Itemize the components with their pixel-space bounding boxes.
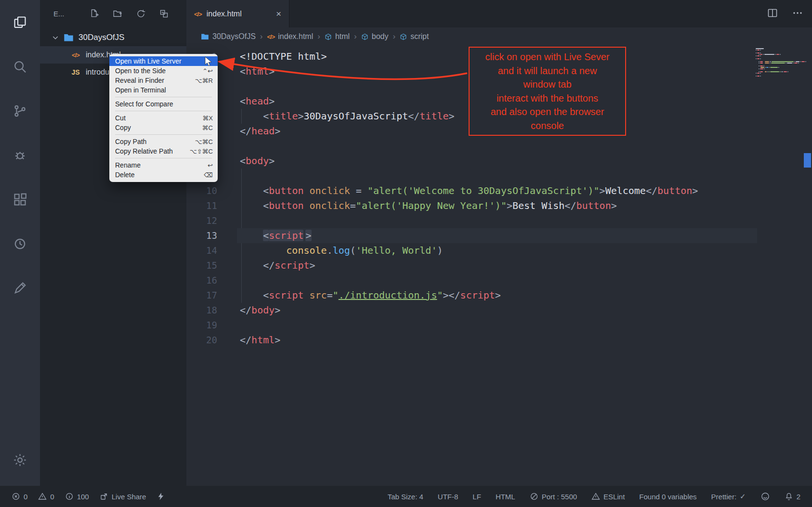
html-file-icon: </> (194, 10, 202, 18)
source-control-icon[interactable] (0, 89, 40, 133)
breadcrumb-item-30daysofjs[interactable]: 30DaysOfJS (201, 32, 256, 41)
menu-item-copy-relative-path[interactable]: Copy Relative Path⌥⇧⌘C (109, 146, 218, 156)
line-number: 10 (186, 183, 217, 198)
code-line[interactable]: 16 (186, 273, 757, 288)
history-icon[interactable] (0, 221, 40, 266)
prettier-indicator[interactable]: Prettier: ✓ (711, 492, 746, 501)
explorer-title: E... (53, 10, 65, 18)
status-left: 0 0 100 Live Share (12, 492, 165, 501)
menu-item-open-to-the-side[interactable]: Open to the Side⌃↩ (109, 66, 218, 76)
notifications-bell[interactable]: 2 (785, 492, 800, 501)
refresh-icon[interactable] (136, 9, 146, 19)
info-counter[interactable]: 100 (65, 492, 89, 501)
live-server-port[interactable]: Port : 5500 (530, 492, 577, 501)
collapse-all-icon[interactable] (159, 9, 169, 19)
run-debug-icon[interactable] (0, 133, 40, 177)
menu-item-open-in-terminal[interactable]: Open in Terminal (109, 85, 218, 95)
error-icon (12, 492, 20, 501)
breadcrumb-separator: › (317, 32, 320, 41)
encoding-indicator[interactable]: UTF-8 (438, 493, 458, 501)
code-line[interactable]: 11 <button onclick="alert('Happy New Yea… (186, 198, 757, 213)
live-share-label: Live Share (112, 493, 146, 501)
eslint-indicator[interactable]: ESLint (591, 492, 625, 501)
menu-item-open-with-live-server[interactable]: Open with Live Server (109, 56, 218, 66)
code-line[interactable]: 20</html> (186, 333, 757, 348)
notification-count: 2 (797, 493, 800, 501)
new-file-icon[interactable] (90, 9, 100, 19)
code-line[interactable]: 9 (186, 169, 757, 183)
cube-icon (325, 33, 332, 40)
minimap[interactable] (756, 48, 800, 77)
breadcrumb-item-body[interactable]: body (361, 32, 389, 41)
breadcrumb-item-html[interactable]: html (325, 32, 350, 41)
menu-separator (115, 134, 212, 135)
eslint-warning-icon (591, 492, 600, 501)
cube-icon (400, 33, 407, 40)
editor-actions (767, 0, 803, 27)
code-line[interactable]: 19 (186, 318, 757, 333)
menu-item-cut[interactable]: Cut⌘X (109, 113, 218, 123)
menu-item-copy-path[interactable]: Copy Path⌥⌘C (109, 137, 218, 146)
more-actions-icon[interactable] (792, 7, 803, 21)
tab-size-indicator[interactable]: Tab Size: 4 (388, 493, 423, 501)
code-line[interactable]: 14 console.log('Hello, World') (186, 243, 757, 258)
variables-indicator[interactable]: Found 0 variables (639, 493, 696, 501)
breadcrumb: 30DaysOfJS›</>index.html›html›body›scrip… (186, 27, 812, 46)
line-number: 16 (186, 273, 217, 288)
live-share-button[interactable]: Live Share (100, 492, 146, 501)
menu-separator (115, 111, 212, 111)
new-folder-icon[interactable] (113, 9, 123, 19)
extensions-icon[interactable] (0, 177, 40, 221)
split-editor-icon[interactable] (767, 7, 778, 21)
tab-label: index.html (207, 10, 242, 18)
feedback-smiley-icon[interactable] (760, 492, 770, 501)
menu-item-select-for-compare[interactable]: Select for Compare (109, 99, 218, 109)
line-number: 18 (186, 303, 217, 318)
code-line[interactable]: 8<body> (186, 154, 757, 169)
language-indicator[interactable]: HTML (496, 493, 515, 501)
code-line[interactable]: 13 <script> (186, 228, 757, 243)
problems-errors[interactable]: 0 (12, 492, 27, 501)
code-line[interactable]: 15 </script> (186, 258, 757, 273)
breadcrumb-item-index-html[interactable]: </>index.html (267, 32, 313, 41)
tab-index-html[interactable]: </> index.html × (186, 0, 289, 27)
port-icon (530, 492, 538, 501)
breadcrumb-separator: › (393, 32, 395, 41)
context-menu: Open with Live ServerOpen to the Side⌃↩R… (109, 54, 218, 182)
code-line[interactable]: 10 <button onclick = "alert('Welcome to … (186, 183, 757, 198)
chevron-down-icon (52, 34, 59, 41)
annotation-box: click on open with Live Sever and it wil… (469, 47, 626, 136)
code-line[interactable]: 7 (186, 139, 757, 154)
folder-name: 30DaysOfJS (79, 33, 124, 42)
eol-indicator[interactable]: LF (472, 493, 481, 501)
breadcrumb-label: 30DaysOfJS (212, 32, 256, 41)
line-number: 17 (186, 288, 217, 303)
breadcrumb-label: script (410, 32, 429, 41)
breadcrumb-separator: › (260, 32, 263, 41)
code-line[interactable]: 12 (186, 213, 757, 228)
settings-gear-icon[interactable] (0, 438, 40, 482)
breadcrumb-label: body (372, 32, 389, 41)
code-line[interactable]: 17 <script src="./introduction.js"></scr… (186, 288, 757, 303)
explorer-icon[interactable] (0, 0, 40, 44)
search-icon[interactable] (0, 44, 40, 89)
tab-bar: </> index.html × (186, 0, 812, 27)
menu-item-reveal-in-finder[interactable]: Reveal in Finder⌥⌘R (109, 76, 218, 85)
close-icon[interactable]: × (276, 9, 281, 18)
cube-icon (361, 33, 368, 40)
feedback-icon[interactable] (0, 266, 40, 310)
breadcrumb-label: index.html (278, 32, 313, 41)
menu-item-delete[interactable]: Delete⌫ (109, 170, 218, 180)
annotation-line: console (471, 119, 624, 133)
menu-item-copy[interactable]: Copy⌘C (109, 123, 218, 132)
scrollbar-marker[interactable] (804, 153, 811, 168)
code-line[interactable]: 18</body> (186, 303, 757, 318)
explorer-header: E... (40, 0, 186, 27)
warning-icon (38, 492, 47, 501)
bolt-button[interactable] (157, 492, 165, 501)
breadcrumb-separator: › (354, 32, 357, 41)
tree-item-folder[interactable]: 30DaysOfJS (40, 29, 186, 46)
breadcrumb-item-script[interactable]: script (400, 32, 429, 41)
menu-item-rename[interactable]: Rename↩ (109, 160, 218, 170)
problems-warnings[interactable]: 0 (38, 492, 54, 501)
